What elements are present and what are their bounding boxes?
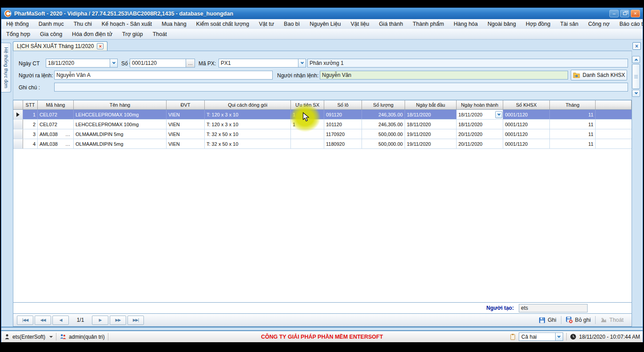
ghi-chu-field[interactable] [54,83,628,92]
cell-dvt[interactable]: VIEN [167,129,205,139]
cell-stt[interactable]: 3 [23,129,38,139]
menu-gia-cong[interactable]: Gia công [35,30,67,38]
header-ten-hang[interactable]: Tên hàng [74,100,167,109]
cell-ma-hang[interactable]: AML038 … [38,129,74,139]
menu-thu-chi[interactable]: Thu chi [69,20,97,28]
ngay-ct-combobox[interactable]: 18/11/2020 [46,59,118,68]
cell-ngay-hoan-thanh-editor[interactable]: 18/11/2020 [457,110,503,119]
cell-thang[interactable]: 11 [550,139,596,148]
cell-qui-cach[interactable]: T: 120 x 3 x 10 [205,110,291,119]
cell-ten-hang[interactable]: LEHCCELEPROMAX 100mg [74,110,167,119]
tab-lich-san-xuat[interactable]: LỊCH SẢN XUẤT Tháng 11/2020 × [13,41,107,51]
menu-gia-thanh[interactable]: Giá thành [374,20,408,28]
cell-thang[interactable]: 11 [550,120,596,129]
header-uu-tien-sx[interactable]: Ưu tiên SX [291,100,324,109]
ma-px-dropdown-icon[interactable] [298,59,306,67]
cell-ma-hang[interactable]: AML038 … [38,139,74,148]
header-ma-hang[interactable]: Mã hàng [38,100,74,109]
cell-uu-tien[interactable] [291,139,324,148]
user-dropdown-icon[interactable] [49,336,53,338]
menu-tro-giup[interactable]: Trợ giúp [117,30,148,38]
header-dvt[interactable]: ĐVT [167,100,205,109]
cell-uu-tien[interactable]: 1 [291,120,324,129]
cell-ten-hang[interactable]: OLMAAMLDIPIN 5mg [74,129,167,139]
row-selector[interactable] [13,139,23,148]
status-user[interactable]: ets(EnterSoft) [4,333,53,340]
status-role[interactable]: admin(quản tri) [60,333,105,340]
cell-ma-hang[interactable]: CEL072 [38,120,74,129]
mode-dropdown-icon[interactable] [555,333,563,340]
header-thang[interactable]: Tháng [550,100,596,109]
header-so-lo[interactable]: Số lô [324,100,362,109]
menu-he-thong[interactable]: Hệ thống [1,20,34,28]
table-row[interactable]: 4 AML038 … OLMAAMLDIPIN 5mg VIEN T: 32 x… [13,139,632,149]
menu-nguyen-lieu[interactable]: Nguyên Liệu [305,20,346,28]
menu-bao-cao-thue[interactable]: Báo cáo thuế [615,20,644,28]
table-row[interactable]: 1 CEL072 LEHCCELEPROMAX 100mg VIEN T: 12… [13,110,632,120]
cell-qui-cach[interactable]: T: 120 x 3 x 10 [205,120,291,129]
close-button[interactable]: × [631,10,640,17]
cell-ngay-hoan-thanh[interactable]: 18/11/2020 [457,120,503,129]
cell-thang[interactable]: 11 [550,129,596,139]
cell-so-lo[interactable]: 091120 [324,110,362,119]
cell-uu-tien[interactable]: 1 [291,110,324,119]
tab-close-icon[interactable]: × [97,43,103,49]
phan-xuong-field[interactable]: Phân xưởng 1 [307,59,628,68]
menu-ngoai-bang[interactable]: Ngoài bảng [483,20,521,28]
danh-sach-khsx-button[interactable]: Danh Sách KHSX [571,70,627,80]
cell-dropdown-icon[interactable] [495,111,502,118]
menu-danh-muc[interactable]: Danh mục [34,20,69,28]
minimize-button[interactable]: – [609,10,619,17]
cell-browse-icon[interactable]: … [65,141,72,147]
row-selector[interactable] [13,129,23,139]
exit-button[interactable]: Thoát [596,317,628,323]
header-so-khsx[interactable]: Số KHSX [503,100,550,109]
cell-ngay-bat-dau[interactable]: 19/11/2020 [405,139,457,148]
cell-ten-hang[interactable]: OLMAAMLDIPIN 5mg [74,139,167,148]
cell-stt[interactable]: 4 [23,139,38,148]
ngay-ct-dropdown-icon[interactable] [110,59,117,67]
menu-cong-no[interactable]: Công nợ [583,20,615,28]
sidebar-tab-he-thong-thuc-don[interactable]: Hệ thống thực đơn [1,43,11,92]
menu-hoa-don-dien-tu[interactable]: Hóa đơn điện tử [67,30,117,38]
cell-qui-cach[interactable]: T: 32 x 50 x 10 [205,129,291,139]
cell-ngay-hoan-thanh[interactable]: 20/11/2020 [457,139,503,148]
cell-ngay-bat-dau[interactable]: 19/11/2020 [405,129,457,139]
menu-mua-hang[interactable]: Mua hàng [157,20,191,28]
cell-so-lo[interactable]: 1180920 [324,139,362,148]
menu-thoat[interactable]: Thoát [148,30,172,38]
pager-prev-fast-button[interactable]: ◀◀ [35,316,51,325]
header-stt[interactable]: STT [23,100,38,109]
header-ngay-hoan-thanh[interactable]: Ngày hoàn thành [457,100,503,109]
cell-stt[interactable]: 1 [23,110,38,119]
so-ct-browse-icon[interactable]: … [186,59,195,67]
cell-so-lo[interactable]: 101120 [324,120,362,129]
cell-ngay-hoan-thanh[interactable]: 20/11/2020 [457,129,503,139]
scrollbar-thumb[interactable] [632,64,640,89]
table-row[interactable]: 3 AML038 … OLMAAMLDIPIN 5mg VIEN T: 32 x… [13,129,632,139]
cell-so-luong[interactable]: 246,305.00 [362,110,405,119]
cell-ten-hang[interactable]: LEHCCELEPROMAX 100mg [74,120,167,129]
row-selector[interactable] [13,120,23,129]
menu-thanh-pham[interactable]: Thành phẩm [408,20,449,28]
restore-button[interactable] [620,10,629,17]
cell-so-khsx[interactable]: 0001/1120 [503,139,550,148]
header-qui-cach[interactable]: Qui cách đóng gói [205,100,291,109]
ma-px-combobox[interactable]: PX1 [219,59,306,68]
pager-first-button[interactable]: |◀◀ [17,316,33,325]
menu-kiem-soat-chat-luong[interactable]: Kiểm soát chất lượng [191,20,254,28]
menu-vat-lieu[interactable]: Vật liệu [346,20,374,28]
pager-next-button[interactable]: ▶ [92,316,108,325]
cell-qui-cach[interactable]: T: 32 x 50 x 10 [205,139,291,148]
menu-vat-tu[interactable]: Vật tư [254,20,279,28]
scroll-up-icon[interactable] [632,56,640,63]
cell-so-luong[interactable]: 500,000.00 [362,139,405,148]
cell-browse-icon[interactable]: … [65,132,72,137]
cell-so-khsx[interactable]: 0001/1120 [503,120,550,129]
so-ct-field[interactable]: 0001/1120 … [130,59,195,68]
pager-last-button[interactable]: ▶▶| [127,316,144,325]
menu-bao-bi[interactable]: Bao bì [279,20,305,28]
header-ngay-bat-dau[interactable]: Ngày bắt đầu [405,100,457,109]
pager-next-fast-button[interactable]: ▶▶ [110,316,126,325]
cell-thang[interactable]: 11 [550,110,596,119]
